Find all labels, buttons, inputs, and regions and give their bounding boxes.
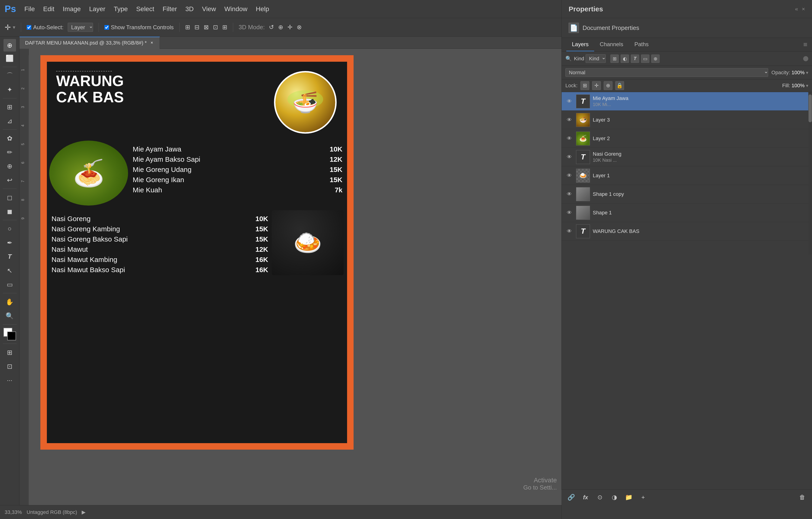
new-group-btn[interactable]: 📁 [624, 492, 634, 502]
menu-help[interactable]: Help [256, 5, 269, 13]
color-picker[interactable] [3, 328, 16, 340]
align-top-icon[interactable]: ⊡ [213, 24, 218, 31]
shape-tool[interactable]: ▭ [3, 278, 16, 291]
lock-pixel-btn[interactable]: ⊞ [580, 81, 589, 90]
hand-tool[interactable]: ✋ [3, 295, 16, 308]
layers-scrollbar-thumb[interactable] [809, 94, 812, 122]
layer-row[interactable]: 👁 T Nasi Goreng 10K Nasi ... [562, 148, 812, 166]
show-transform-label[interactable]: Show Transform Controls [105, 24, 174, 31]
panel-collapse-btn[interactable]: « [795, 6, 798, 12]
auto-select-checkbox[interactable] [27, 25, 31, 30]
3d-pan-icon[interactable]: ⊗ [297, 24, 302, 31]
path-select-tool[interactable]: ↖ [3, 264, 16, 277]
delete-layer-btn[interactable]: 🗑 [797, 492, 807, 502]
auto-select-label[interactable]: Auto-Select: [27, 24, 64, 31]
filter-kind-select[interactable]: Kind [586, 54, 606, 63]
layers-scrollbar[interactable] [808, 92, 812, 255]
brush-tool[interactable]: ✏ [3, 146, 16, 158]
align-right-icon[interactable]: ⊠ [204, 24, 209, 31]
tab-layers[interactable]: Layers [566, 38, 594, 51]
menu-window[interactable]: Window [224, 5, 248, 13]
layer-visibility-toggle[interactable]: 👁 [566, 116, 573, 124]
show-transform-checkbox[interactable] [105, 25, 109, 30]
eyedropper-tool[interactable]: ⊿ [3, 115, 16, 127]
text-tool[interactable]: T [3, 250, 16, 263]
menu-image[interactable]: Image [63, 5, 81, 13]
history-brush-tool[interactable]: ↩ [3, 174, 16, 186]
panel-doc-props[interactable]: 📄 Document Properties [562, 18, 812, 38]
menu-view[interactable]: View [202, 5, 216, 13]
layer-visibility-toggle[interactable]: 👁 [566, 172, 573, 179]
marquee-tool[interactable]: ⬜ [3, 52, 16, 64]
clone-tool[interactable]: ⊕ [3, 160, 16, 172]
zoom-tool[interactable]: 🔍 [3, 310, 16, 322]
tab-paths[interactable]: Paths [629, 38, 654, 51]
align-center-v-icon[interactable]: ⊟ [195, 24, 200, 31]
blend-mode-select[interactable]: Normal [566, 68, 768, 77]
lock-artboard-btn[interactable]: ⊕ [604, 81, 612, 90]
layer-row[interactable]: 👁 Shape 1 copy [562, 185, 812, 203]
3d-scale-icon[interactable]: ✛ [287, 24, 293, 31]
activate-line2[interactable]: Go to Setti... [523, 484, 557, 491]
filter-adj-icon[interactable]: ◐ [620, 55, 629, 63]
magic-wand-tool[interactable]: ✦ [3, 83, 16, 96]
layer-visibility-toggle[interactable]: 👁 [566, 209, 573, 217]
layer-row[interactable]: 👁 🍜 Layer 3 [562, 111, 812, 129]
move-tool-dropdown[interactable]: ▾ [13, 24, 15, 30]
tab-channels[interactable]: Channels [594, 38, 629, 51]
pen-tool[interactable]: ✒ [3, 236, 16, 249]
dodge-tool[interactable]: ○ [3, 223, 16, 235]
layer-visibility-toggle[interactable]: 👁 [566, 190, 573, 198]
layer-row[interactable]: 👁 T WARUNG CAK BAS [562, 222, 812, 240]
move-tool-icon[interactable]: ✛ [5, 23, 11, 32]
spot-heal-tool[interactable]: ✿ [3, 132, 16, 145]
menu-edit[interactable]: Edit [43, 5, 54, 13]
layer-visibility-toggle[interactable]: 👁 [566, 135, 573, 142]
screen-mode-btn[interactable]: ⊞ [3, 346, 16, 359]
background-color[interactable] [7, 331, 16, 340]
fill-stepper[interactable]: ▾ [806, 83, 808, 88]
layer-row[interactable]: 👁 🍛 Layer 1 [562, 166, 812, 185]
tab-close-button[interactable]: × [149, 40, 154, 45]
menu-select[interactable]: Select [136, 5, 154, 13]
layer-row[interactable]: 👁 T Mie Ayam Jawa 10K Mi... [562, 92, 812, 111]
filter-toggle[interactable] [803, 56, 808, 61]
3d-rotate-icon[interactable]: ↺ [269, 24, 274, 31]
filter-text-icon[interactable]: T [631, 55, 639, 63]
distribute-icon[interactable]: ⊞ [222, 24, 227, 31]
more-tools-btn[interactable]: ··· [3, 374, 16, 386]
menu-3d[interactable]: 3D [185, 5, 194, 13]
fx-btn[interactable]: fx [580, 492, 591, 502]
fill-value[interactable]: 100% [791, 83, 805, 89]
layer-visibility-toggle[interactable]: 👁 [566, 153, 573, 161]
filter-shape-icon[interactable]: ▭ [641, 55, 649, 63]
layer-row[interactable]: 👁 Shape 1 [562, 203, 812, 222]
lasso-tool[interactable]: ⌒ [3, 69, 16, 82]
3d-move-icon[interactable]: ⊕ [278, 24, 283, 31]
eraser-tool[interactable]: ◻ [3, 191, 16, 204]
link-layers-btn[interactable]: 🔗 [566, 492, 576, 502]
opacity-value[interactable]: 100% [791, 69, 805, 76]
layer-visibility-toggle[interactable]: 👁 [566, 97, 573, 105]
opacity-stepper[interactable]: ▾ [806, 70, 808, 76]
layers-tab-menu[interactable]: ≡ [803, 38, 807, 51]
tab-document[interactable]: DAFTAR MENU MAKANAN.psd @ 33,3% (RGB/8#)… [20, 37, 160, 49]
filter-smart-icon[interactable]: ⊕ [651, 55, 660, 63]
menu-layer[interactable]: Layer [89, 5, 105, 13]
add-mask-btn[interactable]: ⊙ [595, 492, 605, 502]
new-adjustment-btn[interactable]: ◑ [609, 492, 619, 502]
status-arrow[interactable]: ▶ [82, 509, 86, 515]
align-left-icon[interactable]: ⊞ [185, 24, 190, 31]
lock-position-btn[interactable]: ✛ [592, 81, 601, 90]
crop-tool[interactable]: ⊞ [3, 101, 16, 113]
gradient-tool[interactable]: ◼ [3, 205, 16, 218]
layer-visibility-toggle[interactable]: 👁 [566, 227, 573, 235]
menu-filter[interactable]: Filter [163, 5, 177, 13]
panel-close-btn[interactable]: × [802, 6, 805, 12]
menu-type[interactable]: Type [114, 5, 128, 13]
filter-pixel-icon[interactable]: ⊞ [610, 55, 619, 63]
menu-file[interactable]: File [24, 5, 35, 13]
layer-select[interactable]: Layer Group [68, 23, 93, 32]
lock-all-btn[interactable]: 🔒 [615, 81, 624, 90]
move-tool[interactable]: ⊕ [3, 39, 16, 52]
